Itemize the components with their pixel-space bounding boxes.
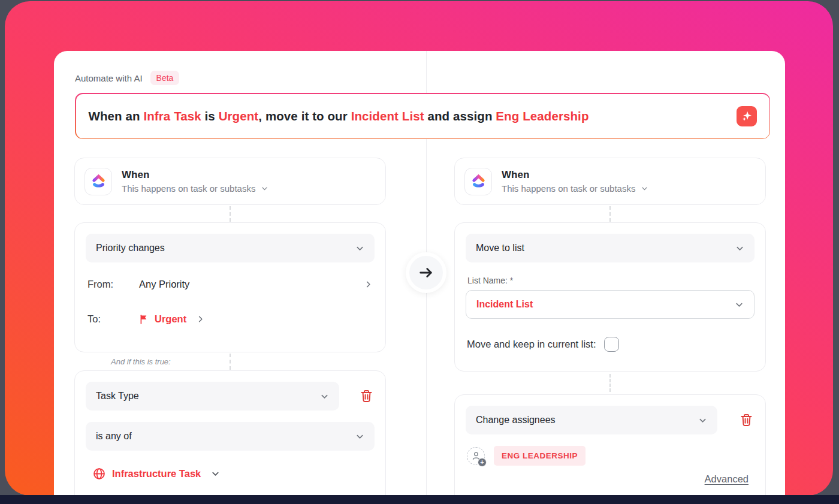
advanced-link[interactable]: Advanced — [705, 473, 749, 485]
from-value: Any Priority — [139, 279, 189, 290]
chevron-down-icon — [355, 244, 364, 253]
to-label: To: — [87, 313, 139, 325]
list-select-value: Incident List — [476, 299, 533, 310]
to-value: Urgent — [155, 313, 186, 325]
chevron-down-icon — [735, 244, 744, 253]
add-assignee-button[interactable]: + — [467, 447, 485, 465]
condition-note: And if this is true: — [111, 357, 171, 366]
chevron-down-icon — [698, 416, 707, 425]
chevron-down-icon — [735, 300, 744, 309]
ai-prompt-box: When an Infra Task is Urgent, move it to… — [75, 93, 770, 139]
ai-prompt-text: When an Infra Task is Urgent, move it to… — [89, 109, 589, 123]
clickup-logo-icon — [90, 173, 107, 189]
keep-in-list-label: Move and keep in current list: — [467, 339, 596, 350]
assignee-badge[interactable]: ENG LEADERSHIP — [494, 446, 586, 466]
clickup-logo-tile — [84, 168, 112, 195]
list-name-label: List Name: * — [467, 276, 755, 285]
when-scope-label: This happens on task or subtasks — [502, 183, 635, 194]
connector-dashed-line — [230, 206, 231, 222]
trigger-select-value: Priority changes — [96, 243, 165, 253]
ai-prompt-input[interactable]: When an Infra Task is Urgent, move it to… — [76, 94, 769, 138]
action-select-value: Move to list — [476, 243, 524, 253]
condition-value-label: Infrastructure Task — [112, 468, 201, 479]
condition-value-dropdown[interactable]: Infrastructure Task — [86, 467, 375, 480]
prompt-segment: and assign — [424, 109, 496, 123]
chevron-down-icon — [355, 432, 364, 441]
modal-header: Automate with AI Beta — [75, 71, 179, 85]
right-when-card: When This happens on task or subtasks — [454, 158, 766, 205]
chevron-right-icon — [196, 315, 205, 324]
when-scope-label: This happens on task or subtasks — [122, 183, 255, 194]
bottom-dark-edge — [0, 495, 839, 504]
chevron-down-icon — [261, 185, 268, 192]
clickup-logo-tile — [464, 168, 492, 195]
sparkles-icon — [740, 110, 753, 123]
connector-dashed-line — [609, 206, 611, 222]
delete-condition-button[interactable] — [360, 389, 373, 403]
condition-operator-value: is any of — [96, 431, 132, 442]
priority-from-row[interactable]: From: Any Priority — [86, 279, 375, 290]
condition-field-select[interactable]: Task Type — [86, 382, 339, 411]
delete-action-button[interactable] — [740, 413, 753, 427]
change-assignees-card: Change assignees — [454, 394, 766, 496]
arrow-right-icon — [418, 264, 434, 281]
assignee-action-value: Change assignees — [476, 415, 556, 425]
page-title: Automate with AI — [75, 73, 143, 83]
condition-field-value: Task Type — [96, 391, 139, 402]
when-scope-dropdown[interactable]: This happens on task or subtasks — [122, 183, 268, 194]
prompt-highlight: Infra Task — [143, 109, 201, 123]
condition-card: Task Type is any of — [74, 370, 386, 496]
keep-in-list-checkbox[interactable] — [604, 337, 619, 352]
condition-operator-select[interactable]: is any of — [86, 422, 375, 451]
when-card-title: When — [122, 169, 268, 181]
chevron-down-icon — [211, 469, 220, 478]
globe-icon — [93, 467, 105, 480]
priority-to-row[interactable]: To: Urgent — [86, 313, 375, 325]
prompt-highlight: Eng Leadership — [496, 109, 588, 123]
trash-icon — [360, 389, 373, 403]
when-card-title: When — [502, 169, 648, 181]
plus-icon: + — [478, 458, 487, 467]
chevron-right-icon — [364, 280, 373, 289]
left-when-card: When This happens on task or subtasks — [74, 158, 386, 205]
connector-dashed-line — [230, 354, 231, 370]
chevron-down-icon — [641, 185, 648, 192]
clickup-logo-icon — [470, 173, 487, 189]
prompt-highlight: Urgent — [219, 109, 259, 123]
from-label: From: — [87, 279, 139, 290]
keep-in-list-row: Move and keep in current list: — [466, 337, 755, 352]
urgent-flag-icon — [139, 314, 149, 324]
beta-badge: Beta — [150, 71, 180, 85]
prompt-segment: When an — [89, 109, 144, 123]
generate-automation-button[interactable] — [737, 106, 757, 126]
trigger-select[interactable]: Priority changes — [86, 234, 375, 262]
when-scope-dropdown[interactable]: This happens on task or subtasks — [502, 183, 648, 194]
assignee-row: + ENG LEADERSHIP — [466, 446, 755, 466]
prompt-segment: is — [201, 109, 219, 123]
trash-icon — [740, 413, 753, 427]
prompt-highlight: Incident List — [351, 109, 424, 123]
automation-modal: Automate with AI Beta When an Infra Task… — [54, 51, 785, 496]
list-select[interactable]: Incident List — [466, 290, 755, 319]
action-select[interactable]: Move to list — [466, 234, 755, 262]
trigger-card: Priority changes From: Any Priority To: — [74, 222, 386, 352]
trigger-to-action-arrow — [406, 252, 446, 293]
move-to-list-card: Move to list List Name: * Incident List … — [454, 222, 766, 372]
chevron-down-icon — [320, 392, 329, 401]
connector-dashed-line — [609, 374, 611, 392]
prompt-segment: , move it to our — [258, 109, 351, 123]
assignee-action-select[interactable]: Change assignees — [466, 406, 717, 434]
